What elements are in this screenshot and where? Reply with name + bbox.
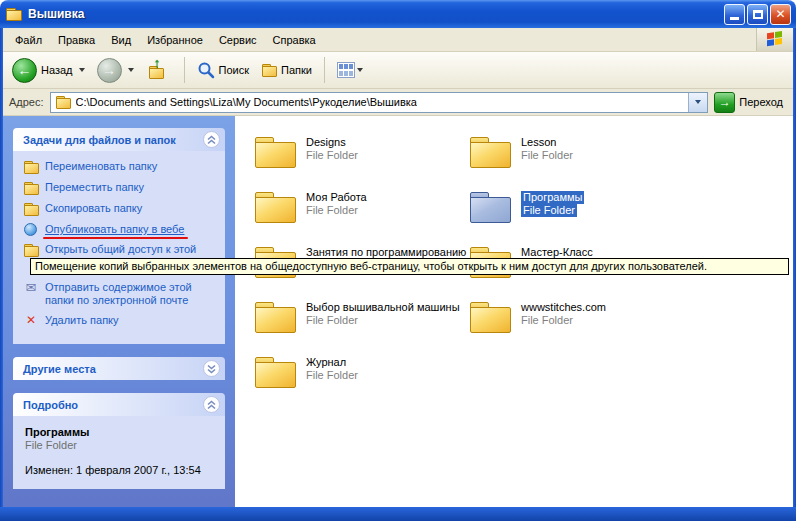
- chevron-up-icon[interactable]: [203, 396, 220, 413]
- task-label: Удалить папку: [45, 314, 119, 327]
- globe-icon: [24, 223, 37, 236]
- menu-bar: Файл Правка Вид Избранное Сервис Справка: [3, 28, 793, 52]
- title-bar: Вышивка ✕: [0, 0, 796, 28]
- tooltip: Помещение копий выбранных элементов на о…: [30, 258, 789, 275]
- file-item-wwwstitches[interactable]: wwwstitches.comFile Folder: [468, 297, 683, 352]
- details-name: Программы: [25, 426, 217, 438]
- menu-favorites[interactable]: Избранное: [139, 30, 211, 50]
- menu-tools[interactable]: Сервис: [211, 30, 265, 50]
- file-tasks-body: Переименовать папку Переместить папку Ск…: [13, 151, 225, 344]
- back-icon: ←: [12, 58, 37, 83]
- other-places-title: Другие места: [23, 363, 96, 375]
- details-modified: Изменен: 1 февраля 2007 г., 13:54: [25, 463, 217, 477]
- chevron-down-icon[interactable]: [203, 360, 220, 377]
- toolbar-separator: [184, 57, 185, 83]
- rename-folder-icon: [23, 160, 39, 174]
- share-folder-icon: [23, 243, 39, 257]
- forward-icon: →: [97, 58, 122, 83]
- task-share-folder[interactable]: Открыть общий доступ к этой: [23, 243, 219, 257]
- address-dropdown-button[interactable]: [688, 93, 707, 112]
- file-name: wwwstitches.com: [521, 301, 606, 314]
- folders-icon: [261, 63, 277, 77]
- file-item-lesson[interactable]: LessonFile Folder: [468, 132, 683, 187]
- file-name: Designs: [306, 136, 346, 149]
- file-item-zhurnal[interactable]: ЖурналFile Folder: [253, 352, 468, 407]
- forward-dropdown-icon: [128, 68, 134, 72]
- search-icon: [197, 61, 215, 79]
- folder-icon: [253, 299, 297, 334]
- file-tasks-title: Задачи для файлов и папок: [23, 134, 176, 146]
- task-label: Отправить содержимое этой папки по элект…: [45, 281, 219, 307]
- folder-icon: [253, 354, 297, 389]
- file-tasks-header[interactable]: Задачи для файлов и папок: [13, 128, 225, 151]
- file-list-area[interactable]: DesignsFile Folder LessonFile Folder Моя…: [235, 116, 793, 507]
- email-icon: ✉: [23, 281, 39, 294]
- content-area: Задачи для файлов и папок Переименовать …: [3, 116, 793, 507]
- file-item-programmy-selected[interactable]: ПрограммыFile Folder: [468, 187, 683, 242]
- panel-file-tasks: Задачи для файлов и папок Переименовать …: [13, 128, 225, 344]
- search-button[interactable]: Поиск: [192, 58, 254, 82]
- windows-logo: [756, 28, 793, 51]
- folders-label: Папки: [281, 64, 312, 76]
- file-type: File Folder: [306, 204, 358, 217]
- file-item-moya-rabota[interactable]: Моя РаботаFile Folder: [253, 187, 468, 242]
- maximize-button[interactable]: [747, 4, 768, 25]
- up-button[interactable]: ↑: [141, 55, 177, 85]
- details-body: Программы File Folder Изменен: 1 февраля…: [13, 416, 225, 489]
- file-type: File Folder: [306, 314, 358, 327]
- back-button[interactable]: ← Назад: [7, 55, 90, 86]
- file-type: File Folder: [306, 149, 358, 162]
- window-folder-icon: [5, 7, 22, 21]
- task-publish-folder-web[interactable]: Опубликовать папку в вебе: [23, 223, 219, 236]
- folder-icon: [253, 189, 297, 224]
- task-label: Опубликовать папку в вебе: [45, 223, 184, 236]
- file-type: File Folder: [521, 149, 573, 162]
- address-path: C:\Documents and Settings\Liza\My Docume…: [76, 96, 417, 108]
- panel-details: Подробно Программы File Folder Изменен: …: [13, 393, 225, 489]
- folder-icon: [468, 299, 512, 334]
- address-folder-icon: [55, 95, 71, 109]
- file-type: File Folder: [521, 204, 577, 217]
- back-dropdown-icon: [79, 68, 85, 72]
- file-type: File Folder: [521, 314, 573, 327]
- task-label: Переименовать папку: [45, 160, 157, 173]
- up-folder-icon: ↑: [146, 58, 172, 82]
- folders-button[interactable]: Папки: [256, 60, 317, 80]
- menu-file[interactable]: Файл: [7, 30, 50, 50]
- task-copy-folder[interactable]: Скопировать папку: [23, 202, 219, 216]
- minimize-button[interactable]: [724, 4, 745, 25]
- menu-help[interactable]: Справка: [265, 30, 324, 50]
- folder-icon: [468, 134, 512, 169]
- task-rename-folder[interactable]: Переименовать папку: [23, 160, 219, 174]
- window-title: Вышивка: [28, 7, 722, 21]
- address-label: Адрес:: [9, 96, 44, 108]
- chevron-up-icon[interactable]: [203, 131, 220, 148]
- task-label: Скопировать папку: [45, 202, 142, 215]
- move-folder-icon: [23, 181, 39, 195]
- other-places-header[interactable]: Другие места: [13, 357, 225, 380]
- views-icon: [337, 62, 355, 78]
- file-item-designs[interactable]: DesignsFile Folder: [253, 132, 468, 187]
- copy-folder-icon: [23, 202, 39, 216]
- task-label: Открыть общий доступ к этой: [45, 243, 196, 256]
- go-button[interactable]: → Переход: [714, 92, 787, 113]
- folder-icon: [253, 134, 297, 169]
- task-email-folder[interactable]: ✉ Отправить содержимое этой папки по эле…: [23, 281, 219, 307]
- file-type: File Folder: [306, 369, 358, 382]
- details-title: Подробно: [23, 399, 78, 411]
- views-button[interactable]: [332, 59, 368, 81]
- close-button[interactable]: ✕: [770, 4, 791, 25]
- go-arrow-icon: →: [714, 92, 735, 113]
- address-input[interactable]: C:\Documents and Settings\Liza\My Docume…: [50, 92, 709, 113]
- file-name: Моя Работа: [306, 191, 367, 204]
- menu-edit[interactable]: Правка: [50, 30, 103, 50]
- details-header[interactable]: Подробно: [13, 393, 225, 416]
- file-name: Программы: [521, 191, 584, 204]
- file-item-vybor-mashiny[interactable]: Выбор вышивальной машиныFile Folder: [253, 297, 468, 352]
- task-move-folder[interactable]: Переместить папку: [23, 181, 219, 195]
- menu-view[interactable]: Вид: [103, 30, 139, 50]
- details-type: File Folder: [25, 439, 217, 451]
- address-bar: Адрес: C:\Documents and Settings\Liza\My…: [3, 89, 793, 116]
- task-delete-folder[interactable]: ✕ Удалить папку: [23, 314, 219, 327]
- forward-button[interactable]: →: [92, 55, 139, 86]
